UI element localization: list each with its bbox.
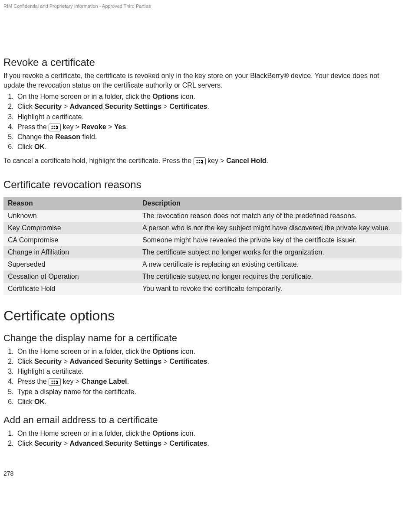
cell-description: The certificate subject no longer requir… — [138, 271, 402, 283]
svg-point-14 — [52, 381, 53, 382]
confidential-header: RIM Confidential and Proprietary Informa… — [3, 3, 402, 9]
text: key > — [61, 123, 82, 131]
text: key > — [61, 378, 82, 385]
svg-point-15 — [54, 381, 55, 382]
text: Click — [17, 143, 34, 150]
svg-point-11 — [198, 162, 200, 163]
text-bold: Change Label — [82, 378, 127, 385]
text: Click — [17, 440, 34, 447]
svg-point-3 — [52, 128, 53, 129]
text: key > — [206, 157, 227, 164]
svg-point-8 — [198, 160, 200, 161]
table-row: Superseded A new certificate is replacin… — [3, 258, 402, 271]
text-bold: Revoke — [82, 123, 106, 131]
list-item: Type a display name for the certificate. — [16, 387, 402, 397]
text: Click — [17, 103, 34, 110]
revoke-intro: If you revoke a certificate, the certifi… — [3, 71, 402, 90]
table-row: Unknown The revocation reason does not m… — [3, 210, 402, 222]
menu-key-icon — [49, 124, 61, 131]
text: > — [161, 440, 169, 447]
text-bold: OK — [34, 143, 45, 150]
cell-description: A new certificate is replacing an existi… — [138, 258, 402, 271]
svg-point-7 — [196, 160, 198, 161]
cell-reason: Superseded — [3, 258, 138, 271]
reasons-title: Certificate revocation reasons — [3, 179, 402, 191]
list-item: Click OK. — [16, 397, 402, 407]
text: On the Home screen or in a folder, click… — [17, 430, 152, 437]
text-bold: Reason — [55, 133, 80, 140]
text: . — [45, 398, 46, 405]
text: . — [207, 103, 209, 110]
list-item: On the Home screen or in a folder, click… — [16, 91, 402, 101]
svg-point-18 — [54, 383, 55, 384]
reasons-table: Reason Description Unknown The revocatio… — [3, 197, 402, 295]
add-email-title: Add an email address to a certificate — [3, 415, 402, 426]
text: Press the — [17, 123, 49, 131]
revoke-title: Revoke a certificate — [3, 56, 402, 69]
cell-description: The revocation reason does not match any… — [138, 210, 402, 222]
list-item: Highlight a certificate. — [16, 366, 402, 376]
text-bold: Advanced Security Settings — [69, 440, 161, 447]
cell-reason: Key Compromise — [3, 222, 138, 234]
text: > — [106, 123, 114, 131]
table-row: Certificate Hold You want to revoke the … — [3, 283, 402, 295]
text: > — [62, 440, 69, 447]
cell-reason: Certificate Hold — [3, 283, 138, 295]
text: . — [45, 143, 46, 150]
text-bold: Options — [152, 93, 178, 100]
cell-description: The certificate subject no longer works … — [138, 246, 402, 258]
cell-reason: CA Compromise — [3, 234, 138, 246]
cell-description: You want to revoke the certificate tempo… — [138, 283, 402, 295]
svg-point-12 — [201, 162, 202, 163]
change-name-title: Change the display name for a certificat… — [3, 333, 402, 344]
list-item: Click OK. — [16, 142, 402, 152]
text: . — [267, 157, 268, 164]
text: icon. — [179, 93, 195, 100]
text-bold: Options — [152, 430, 178, 437]
list-item: Highlight a certificate. — [16, 112, 402, 122]
text: > — [62, 103, 69, 110]
text-bold: Security — [34, 103, 62, 110]
list-item: Click Security > Advanced Security Setti… — [16, 356, 402, 366]
add-email-steps: On the Home screen or in a folder, click… — [3, 428, 402, 448]
svg-point-1 — [54, 126, 55, 127]
svg-point-5 — [56, 128, 57, 129]
svg-point-16 — [56, 381, 57, 382]
table-header-description: Description — [138, 197, 402, 210]
cell-reason: Cessation of Operation — [3, 271, 138, 283]
text: . — [127, 378, 129, 385]
text-bold: Cancel Hold — [226, 157, 266, 164]
svg-rect-20 — [57, 381, 58, 384]
list-item: Press the key > Revoke > Yes. — [16, 122, 402, 132]
table-row: CA Compromise Someone might have reveale… — [3, 234, 402, 246]
cancel-hold-text: To cancel a certificate hold, highlight … — [3, 156, 402, 166]
menu-key-icon — [49, 378, 61, 386]
text: icon. — [179, 348, 195, 355]
change-name-steps: On the Home screen or in a folder, click… — [3, 346, 402, 407]
text-bold: Certificates — [169, 103, 207, 110]
text: . — [207, 440, 209, 447]
svg-point-9 — [201, 160, 202, 161]
text-bold: Security — [34, 358, 62, 365]
table-row: Change in Affiliation The certificate su… — [3, 246, 402, 258]
svg-rect-6 — [57, 126, 58, 129]
svg-point-2 — [56, 126, 57, 127]
svg-rect-13 — [202, 160, 203, 163]
text: On the Home screen or in a folder, click… — [17, 93, 152, 100]
svg-point-17 — [52, 383, 53, 384]
text: > — [62, 358, 69, 365]
menu-key-icon — [194, 157, 206, 165]
options-title: Certificate options — [3, 308, 402, 324]
text: Press the — [17, 378, 49, 385]
text-bold: Advanced Security Settings — [69, 103, 161, 110]
table-row: Cessation of Operation The certificate s… — [3, 271, 402, 283]
text: . — [207, 358, 209, 365]
text: > — [161, 358, 169, 365]
revoke-steps: On the Home screen or in a folder, click… — [3, 91, 402, 152]
text-bold: Certificates — [169, 440, 207, 447]
svg-point-4 — [54, 128, 55, 129]
text-bold: Options — [152, 348, 178, 355]
svg-point-0 — [52, 126, 53, 127]
text: On the Home screen or in a folder, click… — [17, 348, 152, 355]
text: > — [161, 103, 169, 110]
